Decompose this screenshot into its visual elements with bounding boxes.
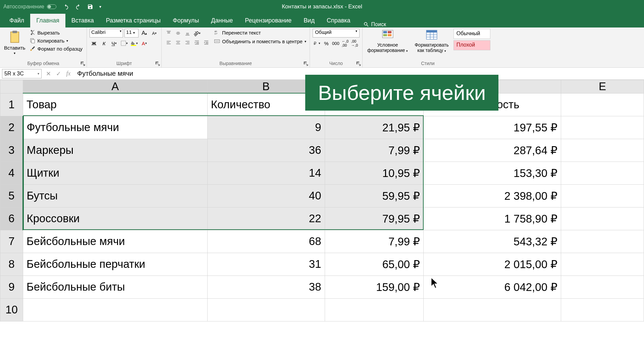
cell-B9[interactable]: 38 [207,276,325,298]
cell-B7[interactable]: 68 [207,230,325,253]
decrease-font-button[interactable]: A▾ [150,29,159,38]
select-all-corner[interactable] [0,80,23,94]
cell-A8[interactable]: Бейсбольные перчатки [23,253,207,276]
tab-file[interactable]: Файл [3,14,30,27]
italic-button[interactable]: К [100,39,108,48]
cell-E8[interactable] [561,253,644,276]
tab-view[interactable]: Вид [298,14,321,27]
cell-A5[interactable]: Бутсы [23,184,207,207]
tab-home[interactable]: Главная [30,14,65,27]
align-bottom-button[interactable] [183,29,192,38]
cell-B3[interactable]: 36 [207,139,325,162]
row-header-5[interactable]: 5 [0,184,23,207]
cancel-formula-button[interactable]: ✕ [44,70,52,78]
borders-button[interactable]: ▾ [120,39,128,48]
dialog-launcher-icon[interactable] [80,61,85,66]
cell-C2[interactable]: 21,95 ₽ [325,116,424,139]
row-header-2[interactable]: 2 [0,116,23,139]
row-header-9[interactable]: 9 [0,276,23,298]
save-icon[interactable] [87,4,93,10]
undo-icon[interactable] [63,4,69,10]
merge-center-button[interactable]: Объединить и поместить в центре ▾ [213,38,307,45]
tab-insert[interactable]: Вставка [65,14,100,27]
dialog-launcher-icon[interactable] [356,61,361,66]
wrap-text-button[interactable]: abc↵ Перенести текст [213,29,307,36]
cell-D7[interactable]: 543,32 ₽ [424,230,561,253]
align-top-button[interactable] [164,29,173,38]
insert-function-button[interactable]: fx [64,70,72,78]
cell-B4[interactable]: 14 [207,162,325,184]
cell-D8[interactable]: 2 015,00 ₽ [424,253,561,276]
row-header-1[interactable]: 1 [0,93,23,116]
format-painter-button[interactable]: Формат по образцу [28,45,84,52]
redo-icon[interactable] [75,4,81,10]
cell-A4[interactable]: Щитки [23,162,207,184]
cell-E4[interactable] [561,162,644,184]
align-right-button[interactable] [183,38,192,47]
percent-button[interactable]: % [322,39,331,48]
orientation-button[interactable]: ab▾ [193,29,201,38]
align-center-button[interactable] [174,38,182,47]
cell-B8[interactable]: 31 [207,253,325,276]
decrease-indent-button[interactable] [193,38,201,47]
cell-C8[interactable]: 65,00 ₽ [325,253,424,276]
cell-E5[interactable] [561,184,644,207]
cell-E7[interactable] [561,230,644,253]
cell-A9[interactable]: Бейсбольные биты [23,276,207,298]
cut-button[interactable]: Вырезать [28,29,84,36]
cell-C10[interactable] [325,298,424,321]
cell-A1[interactable]: Товар [23,93,207,116]
row-header-4[interactable]: 4 [0,162,23,184]
tab-formulas[interactable]: Формулы [167,14,205,27]
cell-C4[interactable]: 10,95 ₽ [325,162,424,184]
cell-E10[interactable] [561,298,644,321]
cell-D4[interactable]: 153,30 ₽ [424,162,561,184]
cell-E9[interactable] [561,276,644,298]
qat-dropdown-icon[interactable]: ▾ [99,4,101,9]
row-header-8[interactable]: 8 [0,253,23,276]
cell-D10[interactable] [424,298,561,321]
cell-C3[interactable]: 7,99 ₽ [325,139,424,162]
confirm-formula-button[interactable]: ✓ [54,70,62,78]
decrease-decimal-button[interactable]: ,00→,0 [350,39,359,48]
comma-button[interactable]: 000 [331,39,340,48]
paste-button[interactable]: Вставить ▾ [3,29,27,56]
font-size-select[interactable]: 11 ▾ [124,29,139,38]
fill-color-button[interactable]: ▾ [130,39,139,48]
cell-C6[interactable]: 79,95 ₽ [325,207,424,230]
col-header-A[interactable]: A [23,80,207,94]
style-bad[interactable]: Плохой [453,40,490,50]
grid[interactable]: A B C D E 1 Товар Количество Цена Общая … [0,80,644,321]
tab-review[interactable]: Рецензирование [239,14,298,27]
dialog-launcher-icon[interactable] [155,61,160,66]
cell-A7[interactable]: Бейсбольные мячи [23,230,207,253]
row-header-6[interactable]: 6 [0,207,23,230]
tab-page-layout[interactable]: Разметка страницы [100,14,167,27]
currency-button[interactable]: ₽▾ [313,39,321,48]
conditional-formatting-button[interactable]: Условное форматирование ▾ [365,29,410,54]
bold-button[interactable]: Ж [90,39,98,48]
row-header-10[interactable]: 10 [0,298,23,321]
style-normal[interactable]: Обычный [453,29,490,39]
cell-C9[interactable]: 159,00 ₽ [325,276,424,298]
col-header-E[interactable]: E [561,80,644,94]
dialog-launcher-icon[interactable] [304,61,308,66]
cell-D6[interactable]: 1 758,90 ₽ [424,207,561,230]
autosave-toggle[interactable]: Автосохранение [3,4,56,10]
cell-E3[interactable] [561,139,644,162]
tab-help[interactable]: Справка [321,14,357,27]
cell-C5[interactable]: 59,95 ₽ [325,184,424,207]
cell-E6[interactable] [561,207,644,230]
copy-button[interactable]: Копировать ▾ [28,37,84,44]
underline-button[interactable]: Ч ▾ [110,39,118,48]
cell-D9[interactable]: 6 042,00 ₽ [424,276,561,298]
cell-B6[interactable]: 22 [207,207,325,230]
cell-B10[interactable] [207,298,325,321]
cell-E1[interactable] [561,93,644,116]
number-format-select[interactable]: Общий▾ [313,29,360,38]
format-as-table-button[interactable]: Форматировать как таблицу ▾ [413,29,451,54]
cell-styles-gallery[interactable]: Обычный Плохой [453,29,490,54]
cell-D3[interactable]: 287,64 ₽ [424,139,561,162]
cell-E2[interactable] [561,116,644,139]
cell-B2[interactable]: 9 [207,116,325,139]
